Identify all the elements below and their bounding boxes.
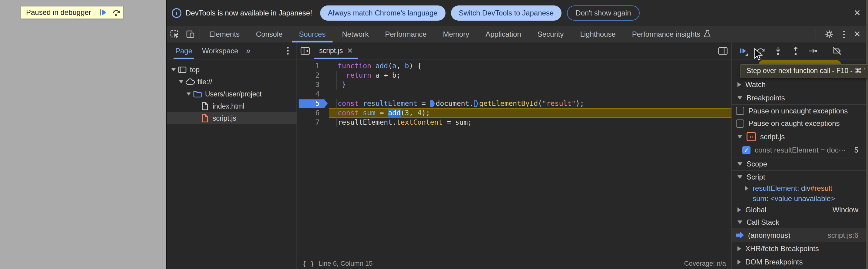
breakpoint-marker[interactable]: 5 (299, 99, 328, 108)
code-line-1: 1function add(a, b) { (297, 61, 732, 71)
window-edge (866, 0, 868, 269)
pretty-print-icon[interactable]: { } (302, 260, 314, 268)
mouse-cursor (754, 48, 763, 61)
sources-panel: Page Workspace » topfile://Users/user/pr… (167, 43, 868, 269)
step-button[interactable] (807, 45, 819, 57)
breakpoint-file-group[interactable]: ‹› script.js (732, 130, 868, 143)
inline-breakpoint-marker-outline[interactable] (474, 100, 478, 107)
line-number[interactable]: 6 (297, 108, 329, 118)
overlay-resume-button[interactable] (96, 7, 109, 18)
expander-icon[interactable] (179, 80, 183, 83)
code-line-5: 5const resultElement = document.getEleme… (297, 99, 732, 108)
settings-button[interactable] (822, 29, 837, 39)
chevron-down-icon (738, 96, 742, 100)
infobar-message: DevTools is now available in Japanese! (186, 9, 312, 17)
var-name: resultElement (753, 184, 797, 192)
frame-name: (anonymous) (748, 231, 790, 240)
tree-item-index-html[interactable]: index.html (167, 100, 297, 112)
more-options-button[interactable] (840, 31, 848, 38)
breakpoint-entry-row[interactable]: ✓ const resultElement = doc⋯ 5 (732, 143, 868, 157)
tree-item-label: script.js (213, 114, 236, 123)
deactivate-breakpoints-button[interactable] (831, 45, 843, 57)
inline-breakpoint-marker-filled[interactable] (430, 100, 435, 107)
script-file-icon: ‹› (747, 132, 756, 141)
frame-location: script.js:6 (828, 231, 864, 240)
step-out-button[interactable] (790, 45, 801, 57)
editor-tabbar: script.js ✕ (297, 43, 732, 59)
scope-global-row[interactable]: Global Window (732, 204, 868, 216)
scope-section-header[interactable]: Scope (732, 157, 868, 170)
scope-script-label: Script (747, 173, 765, 181)
expander-icon[interactable] (172, 68, 176, 71)
step-out-icon (790, 46, 801, 56)
devtools-close-icon[interactable]: ✕ (851, 30, 864, 38)
code-editor[interactable]: 1function add(a, b) {2 return a + b;3 }4… (297, 59, 732, 258)
more-tabs-icon[interactable]: » (246, 46, 250, 55)
chevron-right-icon (738, 82, 741, 87)
resume-script-button[interactable] (737, 45, 749, 57)
tab-sources[interactable]: Sources (291, 26, 334, 43)
scope-var-sum[interactable]: sum: <value unavailable> (732, 193, 868, 204)
dom-breakpoints-label: DOM Breakpoints (745, 258, 803, 266)
tree-item-file-[interactable]: file:// (167, 76, 297, 88)
line-number[interactable]: 7 (297, 118, 329, 127)
callstack-frame-row[interactable]: (anonymous) script.js:6 (732, 228, 868, 242)
line-number[interactable]: 4 (297, 89, 329, 99)
deactivate-breakpoints-icon (832, 46, 842, 56)
close-tab-icon[interactable]: ✕ (347, 47, 353, 54)
scope-script-row[interactable]: Script (732, 170, 868, 183)
step-into-icon (773, 46, 783, 56)
pause-uncaught-checkbox[interactable] (736, 107, 744, 115)
chevron-right-icon (738, 208, 741, 212)
overlay-step-over-button[interactable] (109, 7, 123, 18)
editor-tab-scriptjs[interactable]: script.js ✕ (314, 43, 358, 59)
tab-application[interactable]: Application (477, 26, 529, 43)
always-match-language-button[interactable]: Always match Chrome's language (320, 5, 445, 21)
breakpoints-section-header[interactable]: Breakpoints (732, 91, 868, 104)
current-frame-arrow-icon (736, 232, 744, 239)
tree-item-top[interactable]: top (167, 64, 297, 76)
tab-performance[interactable]: Performance (377, 26, 435, 43)
line-number[interactable]: 1 (297, 61, 329, 71)
tab-page[interactable]: Page (174, 43, 193, 59)
line-number[interactable]: 5 (297, 99, 329, 108)
pause-caught-checkbox[interactable] (736, 119, 744, 128)
callstack-section-header[interactable]: Call Stack (732, 216, 868, 228)
step-icon (808, 46, 818, 56)
tree-item-label: index.html (213, 102, 244, 110)
watch-section-header[interactable]: Watch (732, 78, 868, 91)
callstack-label: Call Stack (747, 218, 779, 226)
tab-security[interactable]: Security (529, 26, 572, 43)
tree-item-Users-user-project[interactable]: Users/user/project (167, 88, 297, 100)
tab-performance-insights[interactable]: Performance insights (624, 26, 719, 43)
scope-var-resultelement[interactable]: resultElement: div#result (732, 183, 868, 193)
device-toolbar-button[interactable] (183, 26, 198, 43)
dom-breakpoints-header[interactable]: DOM Breakpoints (732, 255, 868, 269)
debugger-sidebar: Step over next function call - F10 - ⌘ '… (732, 43, 868, 269)
step-into-button[interactable] (772, 45, 784, 57)
tab-console[interactable]: Console (248, 26, 291, 43)
tab-workspace[interactable]: Workspace (201, 43, 240, 59)
resume-icon (100, 9, 101, 16)
xhr-breakpoints-header[interactable]: XHR/fetch Breakpoints (732, 242, 868, 255)
expander-icon[interactable] (187, 92, 191, 96)
switch-devtools-japanese-button[interactable]: Switch DevTools to Japanese (451, 5, 562, 21)
tab-memory[interactable]: Memory (435, 26, 477, 43)
toggle-debugger-sidebar-button[interactable] (718, 47, 728, 55)
breakpoint-checkbox[interactable]: ✓ (742, 146, 750, 154)
navigator-menu-button[interactable] (283, 47, 292, 55)
toggle-navigator-button[interactable] (301, 47, 310, 55)
line-number[interactable]: 2 (297, 71, 329, 80)
infobar-close-icon[interactable]: ✕ (854, 9, 861, 17)
file-tree: topfile://Users/user/projectindex.htmlsc… (167, 59, 297, 124)
inspect-element-button[interactable] (167, 26, 183, 43)
tab-network[interactable]: Network (334, 26, 377, 43)
dont-show-again-button[interactable]: Don't show again (567, 5, 639, 21)
code-line-3: 3 } (297, 80, 732, 89)
tree-item-script-js[interactable]: script.js (167, 112, 297, 124)
flask-icon (703, 30, 711, 38)
breakpoint-entry-label: const resultElement = doc⋯ (755, 146, 846, 154)
tab-elements[interactable]: Elements (201, 26, 248, 43)
line-number[interactable]: 3 (297, 80, 329, 89)
tab-lighthouse[interactable]: Lighthouse (572, 26, 624, 43)
